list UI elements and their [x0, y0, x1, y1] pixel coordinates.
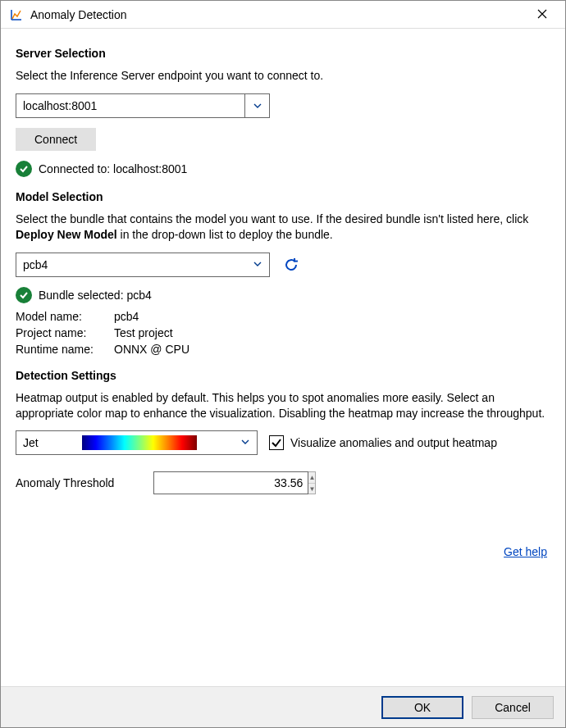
chevron-down-icon — [253, 258, 262, 271]
model-status: Bundle selected: pcb4 — [16, 287, 550, 303]
detection-settings-header: Detection Settings — [16, 369, 550, 382]
app-icon — [9, 7, 24, 22]
model-bundle-select[interactable]: pcb4 — [16, 253, 270, 277]
ok-button[interactable]: OK — [381, 696, 463, 719]
check-circle-icon — [16, 287, 32, 303]
model-status-value: pcb4 — [126, 289, 151, 302]
model-name-value: pcb4 — [114, 310, 139, 323]
cancel-button[interactable]: Cancel — [472, 696, 554, 719]
refresh-button[interactable] — [281, 255, 301, 275]
project-name-value: Test project — [114, 326, 173, 339]
colormap-gradient-preview — [82, 435, 197, 450]
anomaly-threshold-label: Anomaly Threshold — [16, 476, 114, 489]
model-bundle-selected: pcb4 — [23, 258, 48, 271]
close-button[interactable] — [527, 8, 557, 21]
colormap-select[interactable]: Jet — [16, 430, 258, 455]
check-circle-icon — [16, 161, 32, 177]
server-status: Connected to: localhost:8001 — [16, 161, 550, 177]
model-selection-header: Model Selection — [16, 190, 550, 203]
server-status-value: localhost:8001 — [113, 162, 187, 175]
server-endpoint-input[interactable] — [16, 93, 245, 118]
connect-button[interactable]: Connect — [16, 128, 96, 151]
server-endpoint-dropdown-button[interactable] — [245, 93, 270, 118]
model-selection-desc: Select the bundle that contains the mode… — [16, 212, 550, 243]
model-properties: Model name: pcb4 Project name: Test proj… — [16, 310, 550, 356]
spinner-up-button[interactable]: ▲ — [308, 472, 315, 484]
window-title: Anomaly Detection — [30, 8, 527, 21]
dialog-footer: OK Cancel — [1, 686, 565, 727]
heatmap-checkbox[interactable] — [269, 435, 284, 450]
get-help-link[interactable]: Get help — [504, 545, 547, 558]
heatmap-checkbox-label: Visualize anomalies and output heatmap — [290, 436, 497, 449]
runtime-name-value: ONNX @ CPU — [114, 343, 189, 356]
model-status-prefix: Bundle selected: — [39, 289, 126, 302]
server-status-prefix: Connected to: — [39, 162, 113, 175]
server-selection-desc: Select the Inference Server endpoint you… — [16, 68, 550, 84]
dialog-content: Server Selection Select the Inference Se… — [1, 29, 565, 686]
anomaly-threshold-input[interactable] — [153, 471, 308, 494]
detection-settings-desc: Heatmap output is enabled by default. Th… — [16, 390, 550, 421]
anomaly-threshold-spinner[interactable]: ▲ ▼ — [153, 471, 252, 494]
colormap-selected: Jet — [23, 436, 39, 449]
runtime-name-label: Runtime name: — [16, 343, 114, 356]
model-name-label: Model name: — [16, 310, 114, 323]
project-name-label: Project name: — [16, 326, 114, 339]
titlebar: Anomaly Detection — [1, 1, 565, 29]
server-selection-header: Server Selection — [16, 47, 550, 60]
chevron-down-icon — [240, 436, 250, 449]
spinner-down-button[interactable]: ▼ — [308, 484, 315, 494]
server-endpoint-combo[interactable] — [16, 93, 270, 118]
